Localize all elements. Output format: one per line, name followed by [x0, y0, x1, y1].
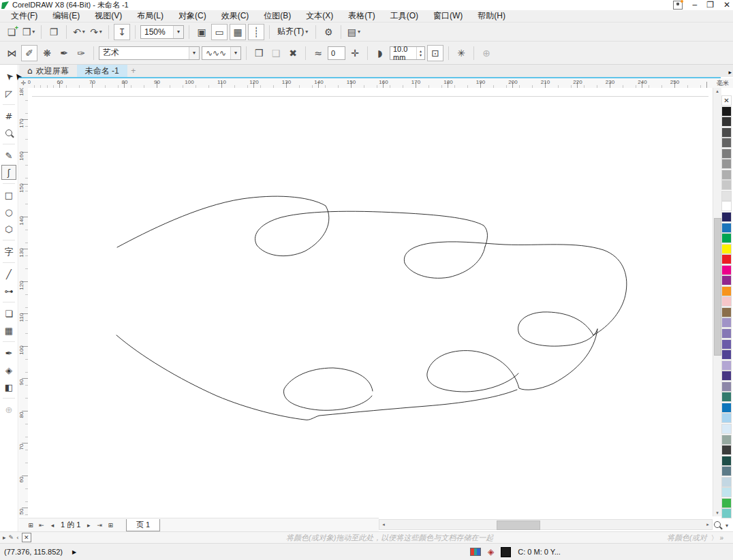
- freehand-drawing[interactable]: [28, 88, 713, 516]
- new-document-button[interactable]: ❏+: [4, 25, 19, 40]
- color-swatch[interactable]: [721, 212, 732, 222]
- stroke-preview-dropdown-icon[interactable]: ▾: [230, 47, 240, 59]
- fullscreen-preview-button[interactable]: ▣: [194, 25, 209, 40]
- palette-scroll-down-icon[interactable]: ▾: [721, 520, 732, 530]
- polygon-tool[interactable]: ⬡: [1, 221, 16, 236]
- smoothing-value-value[interactable]: 0: [331, 49, 345, 57]
- paste-button[interactable]: ❐: [46, 25, 61, 40]
- color-swatch[interactable]: [721, 149, 732, 159]
- color-swatch[interactable]: [721, 424, 732, 434]
- ruler-origin[interactable]: ✛: [19, 78, 29, 88]
- smart-fill-tool[interactable]: ◧: [1, 379, 16, 394]
- zoom-level-dropdown-icon[interactable]: ▾: [173, 26, 183, 38]
- zoom-area-button[interactable]: [713, 519, 722, 530]
- last-page-button[interactable]: ⇥: [95, 520, 104, 531]
- browse-stroke-button[interactable]: ❒: [251, 46, 266, 61]
- zoom-tool[interactable]: [1, 125, 16, 140]
- doc-palette-no-color-swatch[interactable]: ✕: [22, 533, 31, 542]
- color-proof-monitor-icon[interactable]: [470, 548, 481, 556]
- no-color-swatch[interactable]: ✕: [721, 95, 732, 106]
- redo-dropdown-icon[interactable]: ▾: [99, 29, 102, 35]
- menu-item[interactable]: 帮助(H): [471, 10, 512, 22]
- color-swatch[interactable]: [721, 127, 732, 138]
- color-swatch[interactable]: [721, 456, 732, 466]
- color-swatch[interactable]: [721, 138, 732, 148]
- first-page-button[interactable]: ⇤: [37, 520, 46, 531]
- freehand-stroke[interactable]: [284, 368, 373, 410]
- interactive-fill-tool[interactable]: ◈: [1, 362, 16, 377]
- color-swatch[interactable]: [721, 413, 732, 423]
- menu-item[interactable]: 视图(V): [88, 10, 129, 22]
- color-swatch[interactable]: [721, 275, 732, 285]
- rectangle-tool[interactable]: □: [1, 187, 16, 202]
- options-button[interactable]: ⚙: [321, 25, 336, 40]
- menu-item[interactable]: 工具(O): [384, 10, 425, 22]
- smoothing-stepper-button[interactable]: ✛: [347, 46, 362, 61]
- text-tool[interactable]: 字: [1, 244, 16, 259]
- color-swatch[interactable]: [721, 349, 732, 360]
- scroll-down-button[interactable]: ▾: [713, 510, 721, 516]
- menu-item[interactable]: 效果(C): [215, 10, 256, 22]
- transparency-tool[interactable]: ▦: [1, 323, 16, 338]
- zoom-level[interactable]: 150%▾: [140, 25, 184, 39]
- doc-palette-scroll-left-icon[interactable]: ‹: [16, 534, 19, 541]
- color-swatch[interactable]: [721, 223, 732, 233]
- stroke-preview[interactable]: ∿∿∿▾: [202, 46, 241, 60]
- color-swatch[interactable]: [721, 498, 732, 508]
- artistic-media-tool[interactable]: ʃ: [1, 165, 16, 180]
- dimension-tool[interactable]: ╱: [1, 266, 16, 281]
- color-swatch[interactable]: [721, 286, 732, 296]
- freehand-smoothing-button[interactable]: ≈: [311, 46, 326, 61]
- color-swatch[interactable]: [721, 201, 732, 211]
- crop-tool[interactable]: #: [1, 108, 16, 123]
- color-swatch[interactable]: [721, 159, 732, 169]
- freehand-stroke[interactable]: [117, 196, 488, 256]
- color-swatch[interactable]: [721, 435, 732, 445]
- undo-button[interactable]: ↶▾: [72, 25, 87, 40]
- page-tab[interactable]: 页 1: [126, 519, 160, 531]
- add-preset-button[interactable]: ⊕: [479, 46, 494, 61]
- random-order-button[interactable]: ✳: [454, 46, 469, 61]
- scroll-right-button[interactable]: ▸: [704, 520, 712, 529]
- dialogs-dropdown-icon[interactable]: ▾: [358, 29, 360, 35]
- menu-item[interactable]: 位图(B): [257, 10, 298, 22]
- color-swatch[interactable]: [721, 360, 732, 371]
- stroke-category[interactable]: 艺术▾: [99, 46, 200, 60]
- sprayer-mode-button[interactable]: ❋: [40, 46, 54, 61]
- menu-item[interactable]: 文件(F): [4, 10, 44, 22]
- color-swatch[interactable]: [721, 116, 732, 127]
- menu-item[interactable]: 文本(X): [299, 10, 340, 22]
- undo-dropdown-icon[interactable]: ▾: [82, 29, 85, 35]
- freehand-stroke[interactable]: [518, 312, 597, 346]
- menu-item[interactable]: 布局(L): [130, 10, 170, 22]
- tab-scroll-right-icon[interactable]: ▸: [728, 69, 732, 76]
- vertical-scrollbar-thumb[interactable]: [714, 218, 721, 356]
- add-tools-button[interactable]: ⊕: [1, 402, 16, 417]
- redo-button[interactable]: ↷▾: [89, 25, 104, 40]
- snap-to-dropdown-icon[interactable]: ▾: [305, 29, 308, 35]
- open-document-dropdown-icon[interactable]: ▾: [32, 29, 35, 35]
- new-tab-button[interactable]: +: [127, 65, 140, 77]
- stroke-category-dropdown-icon[interactable]: ▾: [189, 47, 199, 59]
- save-stroke-button[interactable]: ❑: [268, 46, 283, 61]
- color-swatch[interactable]: [721, 191, 732, 201]
- import-button[interactable]: ↧: [114, 24, 130, 40]
- color-swatch[interactable]: [721, 382, 732, 392]
- color-swatch[interactable]: [721, 265, 732, 275]
- color-swatch[interactable]: [721, 392, 732, 402]
- doc-palette-edit-icon[interactable]: ✎: [9, 534, 14, 541]
- next-page-button[interactable]: ▸: [84, 520, 93, 531]
- brush-mode-button[interactable]: ✐: [21, 45, 37, 61]
- horizontal-scrollbar-thumb[interactable]: [497, 520, 540, 530]
- freehand-stroke[interactable]: [427, 329, 597, 392]
- add-page-left-button[interactable]: ⊞: [26, 520, 35, 531]
- drawing-canvas[interactable]: [28, 88, 713, 516]
- color-swatch[interactable]: [721, 307, 732, 317]
- menu-item[interactable]: 编辑(E): [46, 10, 87, 22]
- smoothing-value[interactable]: 0: [328, 46, 345, 60]
- color-swatch[interactable]: [721, 371, 732, 381]
- menu-item[interactable]: 窗口(W): [426, 10, 469, 22]
- expression-mode-button[interactable]: ✑: [74, 46, 89, 61]
- stroke-width-value[interactable]: 10.0 mm: [393, 45, 416, 61]
- color-swatch[interactable]: [721, 477, 732, 487]
